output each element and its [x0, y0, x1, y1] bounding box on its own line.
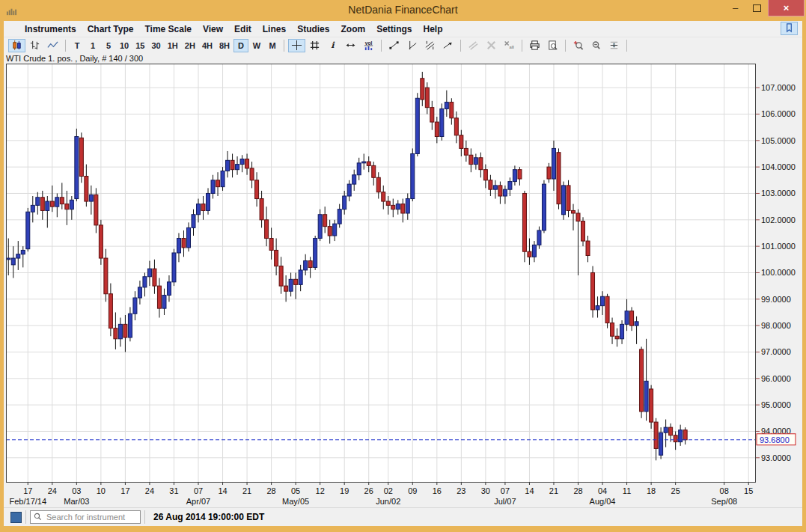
toolbar-button-trend-line[interactable] — [385, 39, 403, 52]
svg-text:04: 04 — [598, 486, 607, 495]
toolbar-button-timeframe-2h[interactable]: 2H — [182, 39, 198, 52]
toolbar-button-timeframe-tick[interactable]: T — [70, 39, 85, 52]
toolbar-button-trend-arrow[interactable] — [439, 39, 457, 52]
toolbar-button-timeframe-30m[interactable]: 30 — [149, 39, 164, 52]
candlestick-chart[interactable]: 107.0000106.0000105.0000104.0000103.0000… — [6, 64, 796, 507]
toolbar-separator — [626, 40, 627, 52]
print-preview-icon — [547, 40, 558, 52]
toolbar-button-timeframe-15m[interactable]: 15 — [132, 39, 147, 52]
toolbar-button-timeframe-8h[interactable]: 8H — [216, 39, 233, 52]
toolbar-button-timeframe-10m[interactable]: 10 — [117, 39, 132, 52]
status-bar: 26 Aug 2014 19:00:00 EDT — [4, 507, 802, 526]
svg-text:08: 08 — [720, 486, 729, 495]
search-input[interactable] — [45, 512, 137, 522]
toolbar-button-timeframe-1h[interactable]: 1H — [165, 39, 181, 52]
menu-item-zoom[interactable]: Zoom — [341, 24, 365, 34]
menu-item-view[interactable]: View — [203, 24, 223, 34]
last-update-timestamp: 26 Aug 2014 19:00:00 EDT — [153, 512, 264, 522]
toolbar-button-zoom-out[interactable] — [587, 39, 605, 52]
menu-item-chart-type[interactable]: Chart Type — [88, 24, 134, 34]
svg-text:05: 05 — [291, 486, 300, 495]
svg-text:12: 12 — [316, 486, 325, 495]
svg-text:Sep/08: Sep/08 — [711, 497, 737, 506]
svg-text:16: 16 — [433, 486, 442, 495]
svg-text:07: 07 — [501, 486, 510, 495]
svg-text:28: 28 — [573, 486, 582, 495]
toolbar-button-channel[interactable] — [421, 39, 439, 52]
close-button[interactable]: × — [768, 0, 805, 16]
toolbar-button-volume[interactable]: vol — [360, 39, 377, 52]
svg-text:97.0000: 97.0000 — [761, 347, 791, 356]
pin-chart-button[interactable] — [781, 22, 798, 35]
toolbar-button-vertical-line[interactable] — [403, 39, 421, 52]
svg-text:Apr/07: Apr/07 — [186, 497, 210, 506]
toolbar-button-zoom-in[interactable] — [570, 39, 587, 52]
toolbar-button-crosshair[interactable] — [288, 39, 305, 52]
svg-text:96.0000: 96.0000 — [761, 374, 791, 383]
menu-item-studies[interactable]: Studies — [297, 24, 329, 34]
statusbar-divider — [25, 510, 26, 524]
toolbar-button-fit-vertical[interactable] — [605, 39, 623, 52]
instrument-search-box[interactable] — [30, 510, 141, 524]
toolbar-button-timeframe-4h[interactable]: 4H — [199, 39, 216, 52]
toolbar-button-line-chart[interactable] — [44, 39, 61, 52]
toolbar: T151015301H2H4H8HDWMivolall — [4, 37, 802, 54]
grid-icon — [309, 40, 320, 52]
toolbar-button-timeframe-monthly[interactable]: M — [265, 39, 280, 52]
zoom-out-icon — [590, 40, 602, 52]
minimize-button[interactable]: – — [724, 0, 746, 16]
toolbar-button-info[interactable]: i — [324, 39, 341, 52]
toolbar-button-horizontal-scroll[interactable] — [342, 39, 359, 52]
print-icon — [529, 40, 540, 52]
toolbar-button-ohlc-bar-chart[interactable] — [26, 39, 43, 52]
crosshair-icon — [291, 40, 302, 52]
toolbar-separator — [565, 40, 566, 52]
toolbar-button-print[interactable] — [526, 39, 543, 52]
menu-item-lines[interactable]: Lines — [263, 24, 286, 34]
toolbar-button-candlestick-chart[interactable] — [8, 39, 25, 52]
menu-item-settings[interactable]: Settings — [376, 24, 412, 34]
search-icon — [34, 510, 42, 524]
maximize-icon — [753, 4, 761, 12]
svg-text:Jul/07: Jul/07 — [494, 497, 516, 506]
instrument-list-button[interactable] — [10, 512, 22, 523]
menu-item-instruments[interactable]: Instruments — [25, 24, 76, 34]
channel-icon — [424, 40, 436, 52]
toolbar-button-timeframe-5m[interactable]: 5 — [101, 39, 116, 52]
menu-item-help[interactable]: Help — [423, 24, 442, 34]
svg-text:Aug/04: Aug/04 — [590, 497, 616, 506]
svg-text:100.0000: 100.0000 — [761, 268, 796, 277]
toolbar-button-grid[interactable] — [306, 39, 323, 52]
parallel-lines-icon — [468, 40, 479, 52]
svg-text:19: 19 — [340, 486, 349, 495]
svg-text:Jun/02: Jun/02 — [376, 497, 400, 506]
svg-text:95.0000: 95.0000 — [761, 400, 791, 409]
horizontal-scroll-icon — [345, 40, 356, 52]
toolbar-separator — [381, 40, 382, 52]
fit-vertical-icon — [608, 40, 620, 52]
toolbar-button-timeframe-1m[interactable]: 1 — [85, 39, 100, 52]
svg-text:31: 31 — [169, 486, 178, 495]
statusbar-divider — [144, 510, 145, 524]
toolbar-button-parallel-lines[interactable] — [465, 39, 482, 52]
svg-text:07: 07 — [194, 486, 203, 495]
app-window: NetDania FinanceChart – × InstrumentsCha… — [0, 0, 806, 532]
menu-bar: InstrumentsChart TypeTime ScaleViewEditL… — [4, 21, 802, 37]
maximize-button[interactable] — [746, 0, 768, 16]
candlestick-chart-icon — [11, 40, 22, 52]
toolbar-button-print-preview[interactable] — [544, 39, 561, 52]
pin-icon — [784, 22, 795, 35]
svg-text:14: 14 — [218, 486, 227, 495]
toolbar-button-delete-line[interactable] — [483, 39, 500, 52]
toolbar-button-timeframe-weekly[interactable]: W — [249, 39, 264, 52]
toolbar-button-timeframe-daily[interactable]: D — [233, 39, 248, 52]
svg-text:11: 11 — [623, 486, 631, 495]
window-title: NetDania FinanceChart — [0, 4, 806, 16]
toolbar-separator — [65, 40, 66, 52]
menu-item-time-scale[interactable]: Time Scale — [144, 24, 191, 34]
toolbar-button-delete-all-lines[interactable]: all — [501, 39, 518, 52]
close-icon: × — [784, 2, 790, 13]
menu-item-edit[interactable]: Edit — [234, 24, 251, 34]
svg-text:02: 02 — [384, 486, 393, 495]
svg-text:21: 21 — [242, 486, 251, 495]
